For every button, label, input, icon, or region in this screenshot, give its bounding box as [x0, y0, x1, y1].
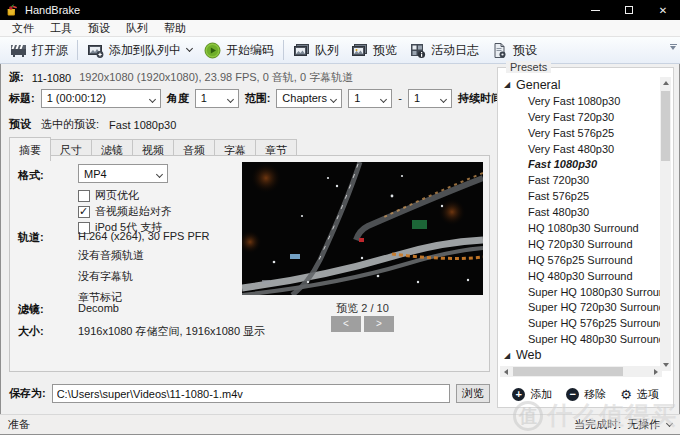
- close-icon: ✕: [659, 5, 667, 16]
- preset-add-button[interactable]: + 添加: [512, 387, 552, 402]
- play-circle-icon: [204, 42, 221, 59]
- checkbox-checked-icon[interactable]: [78, 206, 90, 218]
- range-type-select[interactable]: Chapters: [276, 89, 342, 108]
- preset-row-label: HQ 480p30 Surround: [528, 270, 633, 282]
- when-done-control[interactable]: 当完成时: 无操作: [574, 417, 672, 432]
- expander-open-icon[interactable]: ◢: [504, 351, 516, 360]
- preset-row-9[interactable]: HQ 1080p30 Surround: [500, 220, 660, 236]
- preview-prev-button[interactable]: <: [331, 316, 361, 332]
- window-title: HandBrake: [25, 4, 80, 16]
- preset-row-6[interactable]: Fast 720p30: [500, 172, 660, 188]
- range-to-select[interactable]: 1: [408, 89, 452, 108]
- presets-tree: ◢GeneralVery Fast 1080p30Very Fast 720p3…: [500, 77, 660, 369]
- format-option-0[interactable]: 网页优化: [78, 188, 139, 203]
- add-to-queue-button[interactable]: 添加到队列中: [81, 40, 198, 61]
- range-to-value: 1: [414, 92, 420, 104]
- preset-row-13[interactable]: Super HQ 1080p30 Surround: [500, 284, 660, 300]
- menu-item-1[interactable]: 工具: [42, 19, 80, 38]
- open-source-button[interactable]: 打开源: [4, 40, 74, 61]
- tracks-summary: H.264 (x264), 30 FPS PFR没有音频轨道没有字幕轨章节标记: [78, 230, 209, 305]
- title-label: 标题:: [9, 91, 35, 106]
- save-row: 保存为: 浏览: [9, 384, 490, 403]
- preset-row-label: Fast 1080p30: [528, 158, 597, 170]
- scroll-left-icon[interactable]: [500, 366, 512, 377]
- status-bar: 准备 当完成时: 无操作: [0, 414, 680, 434]
- activity-log-button[interactable]: 活动日志: [403, 40, 485, 61]
- tracks-label: 轨道:: [18, 230, 44, 245]
- format-select[interactable]: MP4: [78, 164, 168, 183]
- preset-row-11[interactable]: HQ 576p25 Surround: [500, 252, 660, 268]
- preset-row-15[interactable]: Super HQ 576p25 Surround: [500, 315, 660, 331]
- vertical-scroll-thumb[interactable]: [661, 91, 670, 161]
- preset-row-8[interactable]: Fast 480p30: [500, 204, 660, 220]
- scroll-up-icon[interactable]: [660, 77, 671, 89]
- combo-arrow-icon: [330, 95, 337, 102]
- checkbox-icon[interactable]: [78, 190, 90, 202]
- clapperboard-icon: [10, 42, 27, 59]
- maximize-icon: [625, 6, 633, 14]
- preview-photos-icon: [351, 42, 368, 59]
- source-label: 源:: [9, 70, 24, 85]
- queue-button[interactable]: 队列: [287, 40, 345, 61]
- checkbox-label: 网页优化: [95, 188, 139, 203]
- preset-row-label: HQ 720p30 Surround: [528, 238, 633, 250]
- preset-row-12[interactable]: HQ 480p30 Surround: [500, 268, 660, 284]
- toolbar-separator: [77, 40, 78, 60]
- preset-remove-label: 移除: [584, 387, 606, 402]
- maximize-button[interactable]: [612, 0, 646, 20]
- preset-row-5[interactable]: Fast 1080p30: [500, 156, 660, 172]
- format-option-1[interactable]: 音视频起始对齐: [78, 204, 172, 219]
- combo-arrow-icon: [440, 95, 447, 102]
- range-from-select[interactable]: 1: [348, 89, 392, 108]
- menu-item-3[interactable]: 队列: [118, 19, 156, 38]
- minimize-button[interactable]: [578, 0, 612, 20]
- toolbar-overflow-icon[interactable]: [669, 44, 677, 50]
- preset-row-10[interactable]: HQ 720p30 Surround: [500, 236, 660, 252]
- presets-panel-title: Presets: [506, 61, 551, 73]
- title-select-value: 1 (00:00:12): [47, 92, 106, 104]
- track-line-1: 没有音频轨道: [78, 248, 209, 263]
- preset-row-7[interactable]: Fast 576p25: [500, 188, 660, 204]
- title-select[interactable]: 1 (00:00:12): [41, 89, 161, 108]
- preset-row-label: Very Fast 1080p30: [528, 95, 620, 107]
- angle-select[interactable]: 1: [195, 89, 239, 108]
- preset-row-2[interactable]: Very Fast 720p30: [500, 109, 660, 125]
- preview-next-button[interactable]: >: [364, 316, 394, 332]
- preview-button[interactable]: 预览: [345, 40, 403, 61]
- menu-item-2[interactable]: 预设: [80, 19, 118, 38]
- menu-item-4[interactable]: 帮助: [156, 19, 194, 38]
- preset-options-button[interactable]: ⚙ 选项: [620, 387, 659, 402]
- preset-row-16[interactable]: Super HQ 480p30 Surround: [500, 331, 660, 347]
- menu-bar: 文件工具预设队列帮助: [0, 20, 680, 37]
- presets-vertical-scrollbar[interactable]: [660, 77, 671, 371]
- preset-row-0[interactable]: ◢General: [500, 77, 660, 93]
- presets-toggle-button[interactable]: 预设: [485, 40, 543, 61]
- preset-row-4[interactable]: Very Fast 480p30: [500, 141, 660, 157]
- menu-item-0[interactable]: 文件: [4, 19, 42, 38]
- preset-row-14[interactable]: Super HQ 720p30 Surround: [500, 299, 660, 315]
- save-path-input[interactable]: [52, 384, 450, 403]
- source-row: 源: 11-1080 1920x1080 (1920x1080), 23.98 …: [9, 70, 353, 85]
- preset-row-label: HQ 576p25 Surround: [528, 254, 633, 266]
- preset-row-1[interactable]: Very Fast 1080p30: [500, 93, 660, 109]
- preset-options-label: 选项: [637, 387, 659, 402]
- preset-remove-button[interactable]: − 移除: [566, 387, 606, 402]
- minimize-icon: [591, 10, 600, 11]
- handbrake-window: HandBrake ✕ 文件工具预设队列帮助 打开源: [0, 0, 680, 435]
- preset-row-label: Very Fast 480p30: [528, 143, 614, 155]
- close-button[interactable]: ✕: [646, 0, 680, 20]
- toolbar-separator: [283, 40, 284, 60]
- preset-row-label: HQ 1080p30 Surround: [528, 222, 639, 234]
- preset-row-label: Fast 576p25: [528, 190, 589, 202]
- presets-horizontal-scrollbar[interactable]: [500, 366, 662, 377]
- horizontal-scroll-thumb[interactable]: [513, 367, 623, 376]
- expander-open-icon[interactable]: ◢: [504, 80, 516, 89]
- title-row: 标题: 1 (00:00:12) 角度 1 范围: Chapters 1 - 1…: [9, 88, 555, 108]
- scroll-right-icon[interactable]: [650, 366, 662, 377]
- tab-0[interactable]: 摘要: [9, 137, 51, 161]
- add-photo-icon: [87, 42, 104, 59]
- start-encode-button[interactable]: 开始编码: [198, 40, 280, 61]
- preset-row-17[interactable]: ◢Web: [500, 347, 660, 363]
- browse-button[interactable]: 浏览: [456, 384, 490, 403]
- preset-row-3[interactable]: Very Fast 576p25: [500, 125, 660, 141]
